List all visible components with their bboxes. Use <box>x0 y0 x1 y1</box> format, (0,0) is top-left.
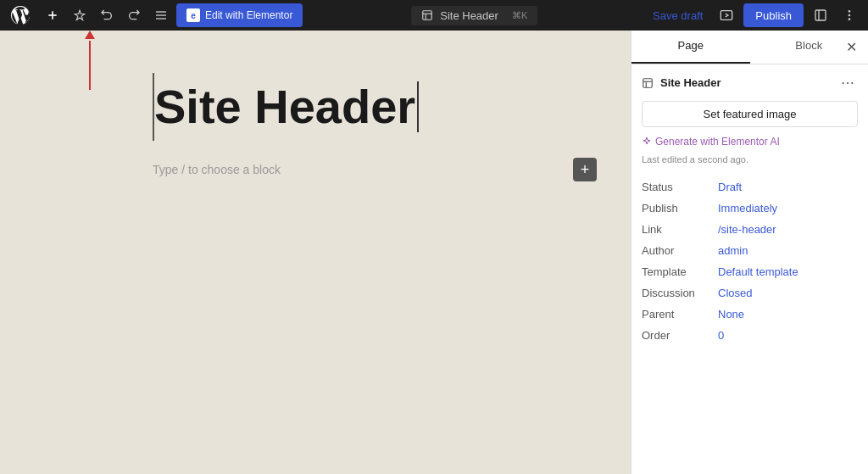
toolbar: e Edit with Elementor Site Header ⌘K Sav… <box>0 0 868 31</box>
meta-value[interactable]: Immediately <box>718 198 858 219</box>
meta-row: Discussion Closed <box>642 282 858 304</box>
meta-value[interactable]: /site-header <box>718 219 858 240</box>
preview-button[interactable] <box>715 3 738 27</box>
document-title-button[interactable]: Site Header ⌘K <box>411 6 537 25</box>
meta-label: Discussion <box>642 282 718 304</box>
meta-label: Parent <box>642 304 718 325</box>
text-cursor <box>417 81 419 132</box>
tab-page[interactable]: Page <box>632 31 750 64</box>
meta-row: Status Draft <box>642 176 858 198</box>
red-line-indicator <box>89 41 91 90</box>
ai-icon <box>642 137 652 147</box>
meta-label: Author <box>642 240 718 261</box>
canvas: Site Header Type / to choose a block + <box>0 31 631 474</box>
meta-label: Order <box>642 325 718 346</box>
meta-row: Template Default template <box>642 261 858 282</box>
generate-ai-link[interactable]: Generate with Elementor AI <box>642 136 858 148</box>
meta-row: Publish Immediately <box>642 198 858 219</box>
panel-body: Site Header ⋯ Set featured image Generat… <box>632 64 868 474</box>
publish-button[interactable]: Publish <box>743 3 804 27</box>
page-title-heading[interactable]: Site Header <box>154 81 419 133</box>
meta-label: Status <box>642 176 718 198</box>
meta-label: Link <box>642 219 718 240</box>
main-area: Site Header Type / to choose a block + P… <box>0 31 868 474</box>
panel-section-title: Site Header <box>642 76 721 89</box>
meta-label: Publish <box>642 198 718 219</box>
panel-tabs: Page Block ✕ <box>632 31 868 64</box>
meta-value[interactable]: 0 <box>718 325 858 346</box>
right-panel: Page Block ✕ Site Header ⋯ Set featured … <box>631 31 868 474</box>
meta-table: Status Draft Publish Immediately Link /s… <box>642 176 858 346</box>
undo-button[interactable] <box>95 3 119 27</box>
svg-point-13 <box>849 14 849 15</box>
elementor-icon: e <box>186 8 200 22</box>
panel-section-header: Site Header ⋯ <box>642 75 858 91</box>
meta-value[interactable]: admin <box>718 240 858 261</box>
meta-label: Template <box>642 261 718 282</box>
svg-rect-15 <box>643 78 653 87</box>
save-draft-button[interactable]: Save draft <box>646 3 709 27</box>
meta-value[interactable]: Draft <box>718 176 858 198</box>
panel-close-button[interactable]: ✕ <box>841 37 861 58</box>
document-icon <box>642 77 654 89</box>
placeholder-text: Type / to choose a block <box>153 163 281 176</box>
settings-button[interactable] <box>809 3 832 27</box>
toolbar-center: Site Header ⌘K <box>306 6 643 25</box>
meta-row: Parent None <box>642 304 858 325</box>
meta-row: Author admin <box>642 240 858 261</box>
more-options-button[interactable] <box>837 3 861 27</box>
svg-point-14 <box>849 19 849 20</box>
meta-row: Order 0 <box>642 325 858 346</box>
list-view-button[interactable] <box>149 3 173 27</box>
svg-rect-10 <box>815 10 826 20</box>
add-block-button[interactable]: + <box>573 158 597 181</box>
title-block: Site Header <box>153 73 631 141</box>
redo-button[interactable] <box>122 3 146 27</box>
toolbar-right: Save draft Publish <box>646 3 861 27</box>
panel-more-button[interactable]: ⋯ <box>837 75 858 91</box>
wp-logo[interactable] <box>7 2 34 29</box>
svg-rect-6 <box>423 11 432 20</box>
meta-row: Link /site-header <box>642 219 858 240</box>
edit-with-elementor-button[interactable]: e Edit with Elementor <box>176 3 303 27</box>
meta-value[interactable]: Default template <box>718 261 858 282</box>
add-block-toolbar-button[interactable] <box>41 3 64 27</box>
meta-value[interactable]: Closed <box>718 282 858 304</box>
svg-rect-9 <box>721 11 732 20</box>
meta-value[interactable]: None <box>718 304 858 325</box>
tools-button[interactable] <box>68 3 92 27</box>
set-featured-image-button[interactable]: Set featured image <box>642 101 858 127</box>
last-edited-text: Last edited a second ago. <box>642 154 858 165</box>
placeholder-area: Type / to choose a block + <box>153 158 631 181</box>
red-arrow-indicator <box>85 31 95 39</box>
svg-point-12 <box>849 11 849 12</box>
